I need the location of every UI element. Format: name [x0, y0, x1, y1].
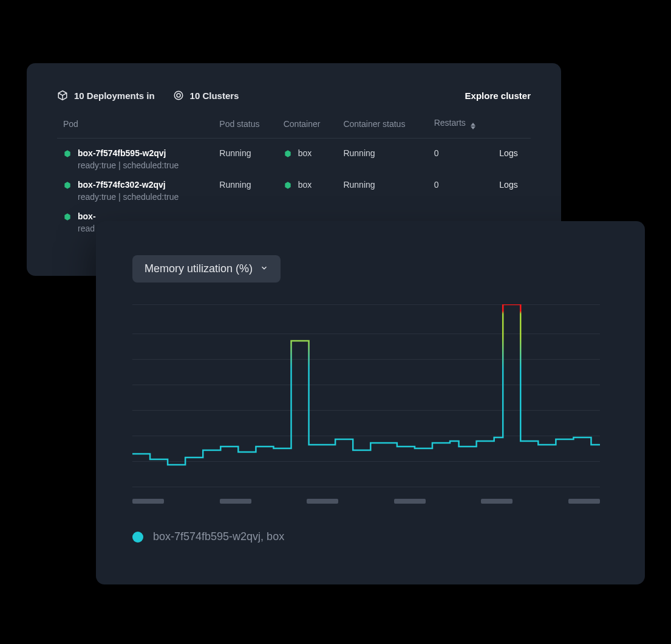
x-tick — [568, 499, 600, 504]
container-name: box — [298, 148, 312, 158]
pod-status: Running — [213, 170, 277, 202]
panel-header: 10 Deployments in 10 Clusters Explore cl… — [57, 90, 531, 101]
table-row[interactable]: box-7f574fc302-w2qvjready:true | schedul… — [57, 170, 531, 202]
container-status: Running — [337, 139, 427, 171]
col-restarts[interactable]: Restarts — [428, 118, 494, 139]
chart-legend: box-7f574fb595-w2qvj, box — [132, 530, 608, 543]
chevron-down-icon — [260, 262, 268, 275]
explore-cluster-link[interactable]: Explore cluster — [465, 91, 531, 101]
svg-point-1 — [177, 94, 180, 97]
restarts-count: 0 — [428, 139, 494, 171]
col-pod-status: Pod status — [213, 118, 277, 139]
legend-label: box-7f574fb595-w2qvj, box — [153, 530, 284, 543]
sort-icon — [471, 123, 475, 129]
col-container-status: Container status — [337, 118, 427, 139]
x-tick — [394, 499, 426, 504]
legend-dot-icon — [132, 532, 143, 543]
svg-point-0 — [174, 91, 183, 100]
clusters-label: 10 Clusters — [190, 91, 239, 101]
table-row[interactable]: box-7f574fb595-w2qvjready:true | schedul… — [57, 139, 531, 171]
logs-link[interactable]: Logs — [499, 148, 517, 158]
pod-status: Running — [213, 139, 277, 171]
pod-name: box-7f574fb595-w2qvj — [78, 148, 179, 158]
pods-table: Pod Pod status Container Container statu… — [57, 118, 531, 233]
clusters-count: 10 Clusters — [173, 90, 239, 101]
x-tick — [132, 499, 164, 504]
col-logs — [493, 118, 531, 139]
pod-substatus: ready:true | scheduled:true — [78, 160, 179, 170]
metric-selector[interactable]: Memory utilization (%) — [132, 255, 281, 283]
pod-name: box-7f574fc302-w2qvj — [78, 180, 179, 190]
x-axis-ticks — [132, 499, 600, 504]
col-pod: Pod — [57, 118, 213, 139]
deployments-label: 10 Deployments in — [74, 91, 155, 101]
container-name: box — [298, 180, 312, 190]
metric-selector-label: Memory utilization (%) — [145, 262, 253, 275]
deployments-count: 10 Deployments in — [57, 90, 155, 101]
pod-substatus: ready:true | scheduled:true — [78, 192, 179, 202]
logs-link[interactable]: Logs — [499, 180, 517, 190]
x-tick — [220, 499, 251, 504]
cube-icon — [57, 90, 68, 101]
hexagon-icon — [284, 149, 292, 158]
pod-name: box- — [78, 211, 96, 221]
container-status: Running — [337, 170, 427, 202]
col-container: Container — [278, 118, 338, 139]
x-tick — [481, 499, 513, 504]
restarts-count: 0 — [428, 170, 494, 202]
memory-chart — [132, 304, 600, 487]
metric-panel: Memory utilization (%) box-7f574fb595-w2… — [96, 221, 645, 584]
pod-substatus: read — [78, 224, 96, 233]
x-tick — [307, 499, 338, 504]
hexagon-icon — [63, 213, 72, 221]
hexagon-icon — [63, 181, 72, 190]
hexagon-icon — [284, 181, 292, 190]
target-icon — [173, 90, 184, 101]
hexagon-icon — [63, 149, 72, 158]
